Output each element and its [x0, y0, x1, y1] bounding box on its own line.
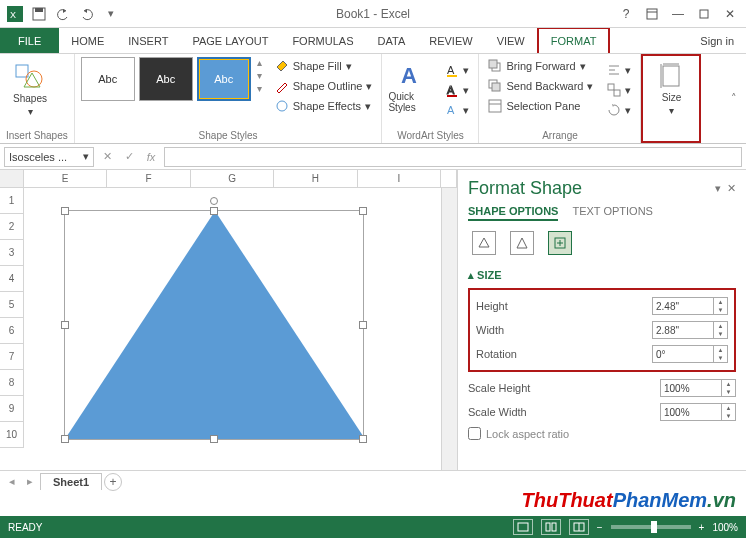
zoom-level[interactable]: 100%: [712, 522, 738, 533]
spin-up-icon[interactable]: ▲: [714, 346, 727, 354]
zoom-out-button[interactable]: −: [597, 522, 603, 533]
shape-effects-button[interactable]: Shape Effects▾: [272, 97, 376, 115]
shapes-button[interactable]: Shapes ▾: [6, 57, 54, 117]
tab-review[interactable]: REVIEW: [417, 28, 484, 53]
normal-view-button[interactable]: [513, 519, 533, 535]
row-header[interactable]: 8: [0, 370, 24, 396]
ribbon-options-button[interactable]: [642, 5, 662, 23]
resize-handle-w[interactable]: [61, 321, 69, 329]
redo-button[interactable]: [76, 3, 98, 25]
resize-handle-nw[interactable]: [61, 207, 69, 215]
row-header[interactable]: 10: [0, 422, 24, 448]
close-button[interactable]: ✕: [720, 5, 740, 23]
resize-handle-se[interactable]: [359, 435, 367, 443]
tab-file[interactable]: FILE: [0, 28, 59, 53]
triangle-shape[interactable]: [65, 211, 365, 439]
selection-pane-button[interactable]: Selection Pane: [485, 97, 596, 115]
cell-grid[interactable]: [24, 188, 441, 470]
sheet-nav-prev[interactable]: ◂: [4, 475, 20, 488]
sheet-tab[interactable]: Sheet1: [40, 473, 102, 490]
row-header[interactable]: 4: [0, 266, 24, 292]
spin-down-icon[interactable]: ▼: [714, 354, 727, 362]
size-properties-icon[interactable]: [548, 231, 572, 255]
zoom-thumb[interactable]: [651, 521, 657, 533]
sheet-nav-next[interactable]: ▸: [22, 475, 38, 488]
tab-data[interactable]: DATA: [366, 28, 418, 53]
rotation-handle[interactable]: [210, 197, 218, 205]
zoom-slider[interactable]: [611, 525, 691, 529]
tab-shape-options[interactable]: SHAPE OPTIONS: [468, 205, 558, 221]
tab-insert[interactable]: INSERT: [116, 28, 180, 53]
vertical-scrollbar[interactable]: [441, 188, 457, 470]
scale-width-input[interactable]: 100%▲▼: [660, 403, 736, 421]
align-button[interactable]: ▾: [604, 61, 634, 79]
page-break-view-button[interactable]: [569, 519, 589, 535]
resize-handle-sw[interactable]: [61, 435, 69, 443]
signin-link[interactable]: Sign in: [688, 28, 746, 53]
undo-button[interactable]: [52, 3, 74, 25]
tab-format[interactable]: FORMAT: [537, 27, 611, 53]
tab-page-layout[interactable]: PAGE LAYOUT: [180, 28, 280, 53]
row-header[interactable]: 5: [0, 292, 24, 318]
help-button[interactable]: ?: [616, 5, 636, 23]
panel-close-button[interactable]: ✕: [727, 182, 736, 195]
tab-home[interactable]: HOME: [59, 28, 116, 53]
enter-formula-button[interactable]: ✓: [120, 148, 138, 166]
row-header[interactable]: 6: [0, 318, 24, 344]
gallery-up-icon[interactable]: ▴: [257, 57, 262, 68]
formula-input[interactable]: [164, 147, 742, 167]
select-all-button[interactable]: [0, 170, 24, 188]
zoom-in-button[interactable]: +: [699, 522, 705, 533]
spin-up-icon[interactable]: ▲: [714, 322, 727, 330]
spin-down-icon[interactable]: ▼: [722, 388, 735, 396]
lock-aspect-checkbox[interactable]: [468, 427, 481, 440]
name-box[interactable]: Isosceles ...▾: [4, 147, 94, 167]
size-button[interactable]: Size ▾: [647, 58, 695, 116]
spin-up-icon[interactable]: ▲: [714, 298, 727, 306]
gallery-down-icon[interactable]: ▾: [257, 70, 262, 81]
add-sheet-button[interactable]: +: [104, 473, 122, 491]
resize-handle-ne[interactable]: [359, 207, 367, 215]
tab-formulas[interactable]: FORMULAS: [280, 28, 365, 53]
page-layout-view-button[interactable]: [541, 519, 561, 535]
spin-down-icon[interactable]: ▼: [714, 306, 727, 314]
tab-view[interactable]: VIEW: [485, 28, 537, 53]
resize-handle-e[interactable]: [359, 321, 367, 329]
resize-handle-n[interactable]: [210, 207, 218, 215]
shape-fill-button[interactable]: Shape Fill▾: [272, 57, 376, 75]
save-button[interactable]: [28, 3, 50, 25]
rotation-input[interactable]: 0°▲▼: [652, 345, 728, 363]
spin-up-icon[interactable]: ▲: [722, 404, 735, 412]
shape-outline-button[interactable]: Shape Outline▾: [272, 77, 376, 95]
row-header[interactable]: 9: [0, 396, 24, 422]
effects-tab-icon[interactable]: [510, 231, 534, 255]
style-swatch-black[interactable]: Abc: [139, 57, 193, 101]
gallery-more-icon[interactable]: ▾: [257, 83, 262, 94]
style-swatch-blue[interactable]: Abc: [197, 57, 251, 101]
spin-down-icon[interactable]: ▼: [714, 330, 727, 338]
resize-handle-s[interactable]: [210, 435, 218, 443]
qat-dropdown-icon[interactable]: ▾: [100, 3, 122, 25]
text-fill-button[interactable]: A▾: [442, 61, 472, 79]
panel-task-dropdown[interactable]: ▾: [715, 182, 721, 195]
text-outline-button[interactable]: A▾: [442, 81, 472, 99]
spin-down-icon[interactable]: ▼: [722, 412, 735, 420]
spin-up-icon[interactable]: ▲: [722, 380, 735, 388]
fill-line-icon[interactable]: [472, 231, 496, 255]
style-swatch-white[interactable]: Abc: [81, 57, 135, 101]
text-effects-button[interactable]: A▾: [442, 101, 472, 119]
send-backward-button[interactable]: Send Backward▾: [485, 77, 596, 95]
row-header[interactable]: 7: [0, 344, 24, 370]
row-header[interactable]: 2: [0, 214, 24, 240]
bring-forward-button[interactable]: Bring Forward▾: [485, 57, 596, 75]
fx-button[interactable]: fx: [142, 148, 160, 166]
maximize-button[interactable]: [694, 5, 714, 23]
height-input[interactable]: 2.48"▲▼: [652, 297, 728, 315]
col-header[interactable]: I: [358, 170, 441, 188]
col-header[interactable]: E: [24, 170, 107, 188]
collapse-ribbon-button[interactable]: ˄: [722, 54, 746, 143]
col-header[interactable]: G: [191, 170, 274, 188]
expand-icon[interactable]: ▴: [468, 269, 474, 281]
col-header[interactable]: H: [274, 170, 357, 188]
quick-styles-button[interactable]: A Quick Styles: [388, 57, 436, 113]
